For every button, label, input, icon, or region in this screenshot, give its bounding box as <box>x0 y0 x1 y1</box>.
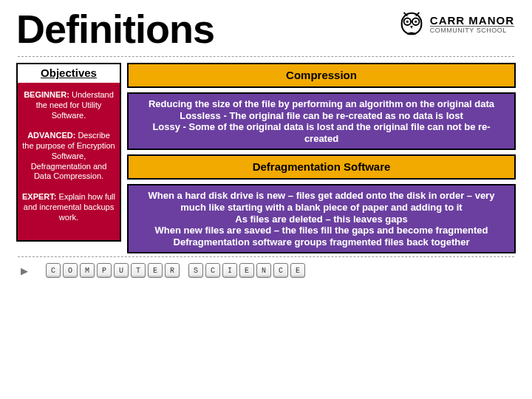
objectives-panel: Objectives BEGINNER: Understand the need… <box>16 63 121 242</box>
keycap: O <box>63 263 78 278</box>
divider-bottom <box>18 256 514 257</box>
keycap: C <box>46 263 61 278</box>
play-icon: ▶ <box>21 265 28 276</box>
brand-logo: CARR MANOR COMMUNITY SCHOOL <box>398 10 514 38</box>
divider-top <box>18 56 514 57</box>
owl-icon <box>398 10 426 38</box>
slide: Definitions CARR MANOR COMMUNITY SCHOOL <box>0 0 532 399</box>
objectives-title: Objectives <box>18 64 120 83</box>
objective-beginner: BEGINNER: Understand the need for Utilit… <box>22 90 115 120</box>
sidebar-wrap: Objectives BEGINNER: Understand the need… <box>16 63 121 253</box>
keycap: S <box>188 263 203 278</box>
keycaps-word2: S C I E N C E <box>188 263 305 278</box>
keycap: E <box>239 263 254 278</box>
body-text: Reducing the size of the file by perform… <box>149 98 494 144</box>
footer: ▶ C O M P U T E R S C I E N C E <box>13 262 519 278</box>
body-defragmentation: When a hard disk drive is new – files ge… <box>127 184 516 253</box>
keycap: U <box>114 263 129 278</box>
brand-line2: COMMUNITY SCHOOL <box>430 26 514 34</box>
keycap: E <box>290 263 305 278</box>
keycap: P <box>97 263 112 278</box>
heading-defragmentation: Defragmentation Software <box>127 154 516 180</box>
objective-advanced: ADVANCED: Describe the purpose of Encryp… <box>22 131 115 182</box>
keycap: I <box>222 263 237 278</box>
keycaps-word1: C O M P U T E R <box>46 263 180 278</box>
keycap: T <box>131 263 146 278</box>
brand-line1: CARR MANOR <box>430 15 514 26</box>
main-column: Compression Reducing the size of the fil… <box>127 63 516 253</box>
body-text: When a hard disk drive is new – files ge… <box>149 190 495 247</box>
page-title: Definitions <box>16 6 214 52</box>
heading-compression: Compression <box>127 63 516 88</box>
keycap: R <box>165 263 180 278</box>
objective-label: ADVANCED: <box>27 131 75 140</box>
keycap: C <box>205 263 220 278</box>
brand-text: CARR MANOR COMMUNITY SCHOOL <box>430 15 514 34</box>
objective-label: BEGINNER: <box>24 90 69 99</box>
keycap: C <box>273 263 288 278</box>
svg-point-4 <box>415 21 417 23</box>
content-row: Objectives BEGINNER: Understand the need… <box>13 63 519 253</box>
keycap: E <box>148 263 163 278</box>
body-compression: Reducing the size of the file by perform… <box>127 92 516 150</box>
keycap: M <box>80 263 95 278</box>
keycap: N <box>256 263 271 278</box>
objective-label: EXPERT: <box>22 192 56 201</box>
svg-point-3 <box>406 21 409 23</box>
header: Definitions CARR MANOR COMMUNITY SCHOOL <box>13 6 519 55</box>
objective-expert: EXPERT: Explain how full and incremental… <box>22 192 115 222</box>
